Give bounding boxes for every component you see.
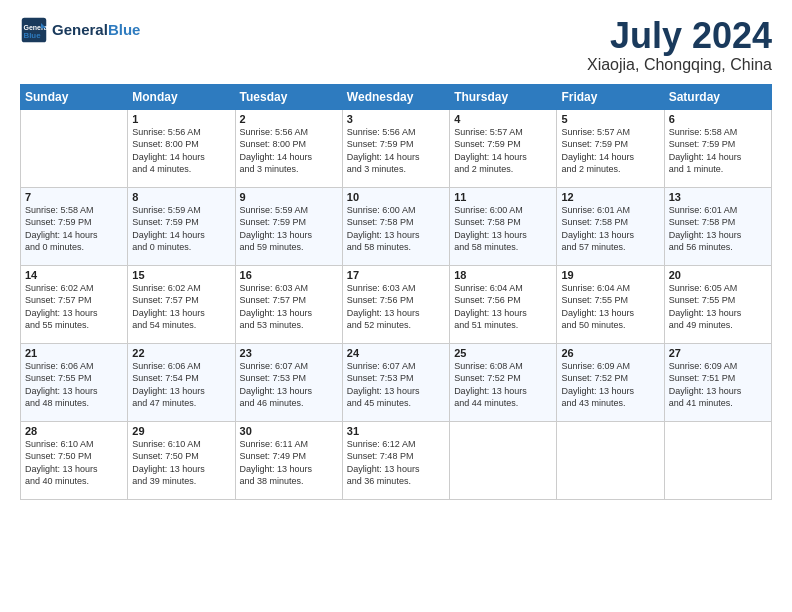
day-number: 18 [454, 269, 552, 281]
day-info: Daylight: 13 hours [669, 229, 767, 242]
day-info: Sunset: 7:56 PM [454, 294, 552, 307]
day-info: Sunset: 7:52 PM [454, 372, 552, 385]
day-info: Sunrise: 5:58 AM [25, 204, 123, 217]
calendar-table: SundayMondayTuesdayWednesdayThursdayFrid… [20, 84, 772, 500]
day-number: 7 [25, 191, 123, 203]
calendar-week-row: 1Sunrise: 5:56 AMSunset: 8:00 PMDaylight… [21, 109, 772, 187]
calendar-cell: 4Sunrise: 5:57 AMSunset: 7:59 PMDaylight… [450, 109, 557, 187]
day-info: Daylight: 14 hours [454, 151, 552, 164]
month-title: July 2024 [587, 16, 772, 56]
day-info: Sunset: 8:00 PM [132, 138, 230, 151]
day-info: Sunset: 7:58 PM [454, 216, 552, 229]
day-info: and 58 minutes. [347, 241, 445, 254]
weekday-header-monday: Monday [128, 84, 235, 109]
day-info: and 0 minutes. [25, 241, 123, 254]
day-info: Daylight: 13 hours [240, 229, 338, 242]
weekday-header-saturday: Saturday [664, 84, 771, 109]
day-info: Daylight: 13 hours [132, 385, 230, 398]
calendar-cell: 21Sunrise: 6:06 AMSunset: 7:55 PMDayligh… [21, 343, 128, 421]
day-number: 27 [669, 347, 767, 359]
day-info: Daylight: 13 hours [25, 463, 123, 476]
day-info: Sunset: 7:50 PM [132, 450, 230, 463]
day-info: and 1 minute. [669, 163, 767, 176]
header: General Blue GeneralBlue July 2024 Xiaoj… [20, 16, 772, 74]
day-number: 15 [132, 269, 230, 281]
day-info: Daylight: 14 hours [347, 151, 445, 164]
logo-general: General [52, 21, 108, 38]
day-info: Daylight: 13 hours [561, 229, 659, 242]
day-info: Daylight: 13 hours [669, 307, 767, 320]
day-number: 17 [347, 269, 445, 281]
day-number: 22 [132, 347, 230, 359]
day-info: Sunrise: 6:09 AM [669, 360, 767, 373]
day-info: Daylight: 14 hours [561, 151, 659, 164]
logo-icon: General Blue [20, 16, 48, 44]
logo: General Blue GeneralBlue [20, 16, 140, 44]
day-info: Sunrise: 6:10 AM [132, 438, 230, 451]
day-info: Sunset: 7:59 PM [454, 138, 552, 151]
location-subtitle: Xiaojia, Chongqing, China [587, 56, 772, 74]
day-info: Sunrise: 6:03 AM [347, 282, 445, 295]
day-info: and 54 minutes. [132, 319, 230, 332]
day-info: Daylight: 13 hours [454, 385, 552, 398]
calendar-cell: 22Sunrise: 6:06 AMSunset: 7:54 PMDayligh… [128, 343, 235, 421]
calendar-cell: 11Sunrise: 6:00 AMSunset: 7:58 PMDayligh… [450, 187, 557, 265]
day-number: 1 [132, 113, 230, 125]
calendar-cell: 13Sunrise: 6:01 AMSunset: 7:58 PMDayligh… [664, 187, 771, 265]
weekday-header-sunday: Sunday [21, 84, 128, 109]
day-info: Sunrise: 5:57 AM [454, 126, 552, 139]
day-number: 20 [669, 269, 767, 281]
day-info: and 41 minutes. [669, 397, 767, 410]
calendar-week-row: 28Sunrise: 6:10 AMSunset: 7:50 PMDayligh… [21, 421, 772, 499]
day-info: Daylight: 14 hours [132, 229, 230, 242]
day-info: Sunrise: 6:09 AM [561, 360, 659, 373]
day-info: Sunset: 7:52 PM [561, 372, 659, 385]
day-number: 23 [240, 347, 338, 359]
day-info: Sunrise: 5:57 AM [561, 126, 659, 139]
day-number: 16 [240, 269, 338, 281]
calendar-cell: 16Sunrise: 6:03 AMSunset: 7:57 PMDayligh… [235, 265, 342, 343]
day-info: Sunrise: 6:07 AM [240, 360, 338, 373]
day-info: and 0 minutes. [132, 241, 230, 254]
day-info: Sunrise: 6:04 AM [454, 282, 552, 295]
day-info: Sunset: 7:53 PM [240, 372, 338, 385]
calendar-cell: 1Sunrise: 5:56 AMSunset: 8:00 PMDaylight… [128, 109, 235, 187]
day-info: Sunrise: 6:11 AM [240, 438, 338, 451]
day-info: Sunset: 7:59 PM [561, 138, 659, 151]
day-info: Sunset: 7:51 PM [669, 372, 767, 385]
day-info: Sunset: 7:55 PM [669, 294, 767, 307]
calendar-cell [664, 421, 771, 499]
day-info: Sunset: 7:49 PM [240, 450, 338, 463]
day-info: Sunrise: 5:58 AM [669, 126, 767, 139]
day-info: Daylight: 14 hours [240, 151, 338, 164]
day-info: and 57 minutes. [561, 241, 659, 254]
calendar-cell [557, 421, 664, 499]
day-info: Sunset: 7:56 PM [347, 294, 445, 307]
day-info: Sunrise: 6:01 AM [561, 204, 659, 217]
day-info: Daylight: 13 hours [132, 463, 230, 476]
day-number: 28 [25, 425, 123, 437]
day-number: 13 [669, 191, 767, 203]
day-info: and 49 minutes. [669, 319, 767, 332]
day-info: and 51 minutes. [454, 319, 552, 332]
day-info: Sunset: 7:58 PM [561, 216, 659, 229]
day-info: and 59 minutes. [240, 241, 338, 254]
day-info: Sunset: 7:57 PM [240, 294, 338, 307]
day-info: Daylight: 13 hours [25, 385, 123, 398]
day-number: 12 [561, 191, 659, 203]
day-info: Sunrise: 6:02 AM [25, 282, 123, 295]
day-info: and 43 minutes. [561, 397, 659, 410]
day-info: and 50 minutes. [561, 319, 659, 332]
calendar-cell [21, 109, 128, 187]
day-number: 10 [347, 191, 445, 203]
day-info: Daylight: 14 hours [132, 151, 230, 164]
calendar-cell: 3Sunrise: 5:56 AMSunset: 7:59 PMDaylight… [342, 109, 449, 187]
day-info: Sunset: 8:00 PM [240, 138, 338, 151]
day-info: Sunrise: 6:08 AM [454, 360, 552, 373]
day-info: Sunset: 7:59 PM [347, 138, 445, 151]
title-block: July 2024 Xiaojia, Chongqing, China [587, 16, 772, 74]
day-number: 4 [454, 113, 552, 125]
day-info: Sunset: 7:59 PM [25, 216, 123, 229]
weekday-header-thursday: Thursday [450, 84, 557, 109]
weekday-header-row: SundayMondayTuesdayWednesdayThursdayFrid… [21, 84, 772, 109]
